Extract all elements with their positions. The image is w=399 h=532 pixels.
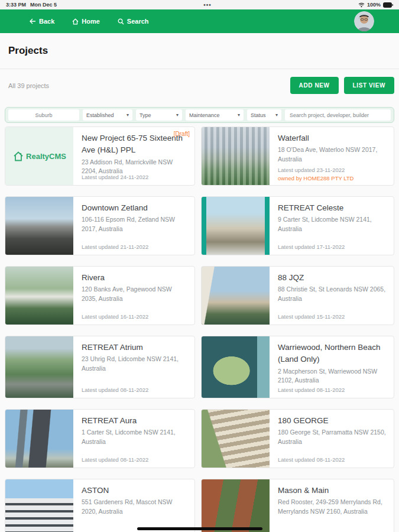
project-title: Rivera — [82, 272, 189, 284]
app-screen: 3:33 PM Mon Dec 5 ••• 100% Back Home Sea… — [0, 0, 399, 532]
established-dropdown[interactable]: Established▾ — [83, 109, 132, 121]
project-image-warriewood-site-plan — [202, 336, 270, 398]
project-updated: Latest updated 15-11-2022 — [278, 313, 345, 320]
project-address: 180 George St, Parramatta NSW 2150, Aust… — [278, 428, 388, 447]
home-button[interactable]: Home — [72, 18, 100, 25]
maintenance-label: Maintenance — [189, 112, 220, 118]
project-image-retreat-aura — [5, 410, 73, 468]
project-title: RETREAT Atrium — [82, 342, 189, 353]
project-card[interactable]: ASTON 551 Gardeners Rd, Mascot NSW 2020,… — [5, 479, 195, 532]
project-card[interactable]: RealtyCMS [Draft] New Project 65-75 Sixt… — [5, 126, 195, 186]
back-button[interactable]: Back — [30, 18, 54, 25]
project-address: 120 Banks Ave, Pagewood NSW 2035, Austra… — [82, 285, 189, 304]
project-address: 23 Uhrig Rd, Lidcombe NSW 2141, Australi… — [82, 355, 189, 374]
project-owner: owned by HOME288 PTY LTD — [278, 175, 353, 181]
project-card[interactable]: Mason & Main Red Rooster, 249-259 Merryl… — [201, 479, 394, 532]
battery-percent: 100% — [367, 2, 381, 8]
project-title: ASTON — [82, 485, 189, 497]
status-label: Status — [251, 112, 266, 118]
project-image-180-george — [202, 410, 270, 468]
realtycms-logo-text: RealtyCMS — [26, 152, 66, 161]
battery-icon — [383, 2, 393, 8]
avatar-image — [354, 11, 374, 31]
status-bar: 3:33 PM Mon Dec 5 ••• 100% — [0, 0, 399, 9]
project-title: 180 GEORGE — [278, 415, 388, 427]
project-card[interactable]: Rivera 120 Banks Ave, Pagewood NSW 2035,… — [5, 266, 195, 325]
filter-bar: Established▾ Type▾ Maintenance▾ Status▾ — [5, 107, 394, 123]
project-updated: Latest updated 16-11-2022 — [82, 313, 148, 320]
draft-badge: [Draft] — [174, 131, 190, 137]
project-title: Waterfall — [278, 132, 388, 144]
project-updated: Latest updated 23-11-2022 — [278, 167, 345, 173]
realtycms-house-icon — [12, 151, 24, 162]
project-address: 18 O'Dea Ave, Waterloo NSW 2017, Austral… — [278, 145, 388, 164]
project-title: 88 JQZ — [278, 272, 388, 284]
project-image-aston — [5, 479, 73, 532]
project-card[interactable]: RETREAT Aura 1 Carter St, Lidcombe NSW 2… — [5, 409, 195, 468]
project-address: 1 Carter St, Lidcombe NSW 2141, Australi… — [82, 428, 189, 447]
project-updated: Latest updated 08-11-2022 — [278, 387, 345, 393]
maintenance-dropdown[interactable]: Maintenance▾ — [186, 109, 244, 121]
chevron-down-icon: ▾ — [238, 112, 240, 118]
home-icon — [72, 18, 79, 25]
project-updated: Latest updated 08-11-2022 — [278, 456, 345, 463]
project-card[interactable]: RETREAT Celeste 9 Carter St, Lidcombe NS… — [201, 196, 394, 255]
project-card[interactable]: 88 JQZ 88 Christie St, St Leonards NSW 2… — [201, 266, 394, 325]
profile-avatar[interactable] — [354, 11, 374, 31]
project-updated: Latest updated 24-11-2022 — [82, 174, 148, 180]
project-search-input[interactable] — [285, 109, 391, 121]
project-address: Red Rooster, 249-259 Merrylands Rd, Merr… — [278, 498, 388, 517]
project-title: New Project 65-75 Sixteenth Ave (H&L) PP… — [82, 132, 189, 157]
project-updated: Latest updated 08-11-2022 — [82, 456, 148, 463]
clock: 3:33 PM — [6, 2, 26, 8]
back-label: Back — [39, 18, 54, 25]
suburb-input[interactable] — [8, 109, 79, 121]
project-address: 2 Macpherson St, Warriewood NSW 2102, Au… — [278, 367, 388, 386]
status-dropdown[interactable]: Status▾ — [247, 109, 281, 121]
top-nav-bar: Back Home Search — [0, 9, 399, 33]
project-title: Warriewood, Northern Beach (Land Only) — [278, 342, 388, 366]
project-updated: Latest updated 21-11-2022 — [82, 244, 148, 250]
project-title: Mason & Main — [278, 485, 388, 497]
project-image-realtycms-placeholder: RealtyCMS — [5, 127, 73, 185]
project-title: Downtown Zetland — [82, 202, 189, 214]
project-title: RETREAT Aura — [82, 415, 189, 427]
project-image-rivera — [5, 267, 73, 325]
project-address: 88 Christie St, St Leonards NSW 2065, Au… — [278, 285, 388, 304]
project-address: 551 Gardeners Rd, Mascot NSW 2020, Austr… — [82, 498, 189, 517]
project-image-88-jqz — [202, 267, 270, 325]
chevron-down-icon: ▾ — [176, 112, 179, 118]
project-image-waterfall — [202, 127, 270, 185]
project-card[interactable]: Waterfall 18 O'Dea Ave, Waterloo NSW 201… — [201, 126, 394, 186]
chevron-down-icon: ▾ — [126, 112, 129, 118]
project-image-retreat-celeste — [202, 197, 270, 255]
project-card[interactable]: Warriewood, Northern Beach (Land Only) 2… — [201, 336, 394, 398]
project-image-mason-and-main — [202, 479, 270, 532]
project-updated: Latest updated 17-11-2022 — [278, 244, 345, 250]
search-icon — [118, 18, 124, 25]
page-title: Projects — [8, 45, 391, 57]
project-updated: Latest updated 08-11-2022 — [82, 387, 148, 393]
projects-grid: RealtyCMS [Draft] New Project 65-75 Sixt… — [5, 126, 399, 532]
back-arrow-icon — [30, 18, 36, 24]
project-card[interactable]: Downtown Zetland 106-116 Epsom Rd, Zetla… — [5, 196, 195, 255]
add-new-button[interactable]: ADD NEW — [290, 77, 339, 94]
project-address: 9 Carter St, Lidcombe NSW 2141, Australi… — [278, 215, 388, 234]
type-dropdown[interactable]: Type▾ — [136, 109, 182, 121]
chevron-down-icon: ▾ — [275, 112, 278, 118]
project-address: 106-116 Epsom Rd, Zetland NSW 2017, Aust… — [82, 215, 189, 234]
home-indicator-bar[interactable] — [137, 527, 262, 530]
project-card[interactable]: RETREAT Atrium 23 Uhrig Rd, Lidcombe NSW… — [5, 336, 195, 398]
search-button[interactable]: Search — [118, 18, 149, 25]
project-image-retreat-atrium — [5, 336, 73, 398]
project-card[interactable]: 180 GEORGE 180 George St, Parramatta NSW… — [201, 409, 394, 468]
multitask-menu-icon[interactable]: ••• — [203, 2, 212, 8]
project-title: RETREAT Celeste — [278, 202, 388, 214]
project-count: All 39 projects — [8, 82, 49, 89]
date: Mon Dec 5 — [30, 2, 57, 8]
list-view-button[interactable]: LIST VIEW — [344, 77, 394, 94]
projects-toolbar: All 39 projects ADD NEW LIST VIEW — [8, 77, 394, 94]
header-divider — [0, 69, 399, 69]
established-label: Established — [86, 112, 114, 118]
wifi-icon — [358, 2, 365, 8]
